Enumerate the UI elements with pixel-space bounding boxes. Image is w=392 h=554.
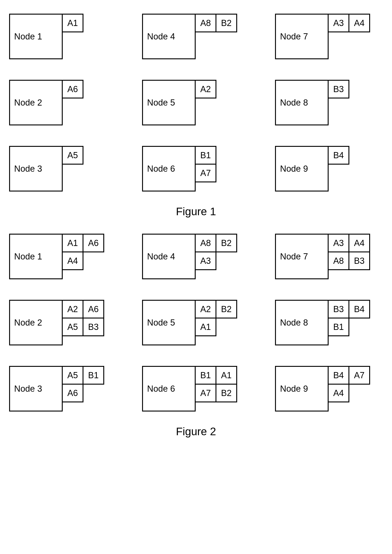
slot-label: A7: [195, 384, 217, 402]
figure-caption: Figure 1: [9, 205, 383, 218]
slot-label: B4: [328, 146, 349, 165]
node-box: Node 4: [142, 234, 196, 279]
node-cell: Node 7A3A4: [275, 14, 383, 62]
slot-label: A6: [83, 234, 104, 252]
node-cell: Node 2A6: [9, 80, 117, 128]
node-cell: Node 1A1: [9, 14, 117, 62]
node-box: Node 6: [142, 146, 196, 192]
slot-label: B4: [328, 366, 349, 385]
slot-label: B4: [349, 300, 370, 319]
node-box: Node 8: [275, 300, 329, 345]
node-cell: Node 7A3A4A8B3: [275, 234, 383, 282]
slot-label: B1: [83, 366, 104, 385]
diagram-root: Node 1A1Node 4A8B2Node 7A3A4Node 2A6Node…: [9, 14, 383, 438]
node-cell: Node 4A8B2: [142, 14, 250, 62]
slot-label: A3: [195, 251, 217, 270]
slot-label: B1: [195, 146, 217, 165]
slot-label: B2: [216, 300, 237, 319]
slot-label: A8: [328, 251, 349, 270]
node-box: Node 5: [142, 300, 196, 345]
slot-label: A6: [62, 80, 84, 98]
slot-label: A5: [62, 318, 84, 336]
node-box: Node 7: [275, 14, 329, 59]
slot-label: A1: [62, 234, 84, 252]
node-cell: Node 9B4: [275, 146, 383, 194]
node-cell: Node 5A2: [142, 80, 250, 128]
slot-label: A5: [62, 366, 84, 385]
node-cell: Node 6B1A1A7B2: [142, 366, 250, 414]
slot-label: A6: [62, 384, 84, 402]
node-box: Node 2: [9, 80, 63, 125]
figure-2: Node 1A1A6A4Node 4A8B2A3Node 7A3A4A8B3No…: [9, 234, 383, 438]
slot-label: B3: [328, 80, 349, 98]
slot-label: A2: [195, 300, 217, 319]
node-cell: Node 5A2B2A1: [142, 300, 250, 348]
slot-label: A2: [195, 80, 217, 98]
slot-label: B2: [216, 384, 237, 402]
slot-label: A2: [62, 300, 84, 319]
node-box: Node 7: [275, 234, 329, 279]
slot-label: A5: [62, 146, 84, 165]
node-box: Node 9: [275, 146, 329, 192]
slot-label: A1: [62, 14, 84, 32]
slot-label: B3: [83, 318, 104, 336]
figure-2-grid: Node 1A1A6A4Node 4A8B2A3Node 7A3A4A8B3No…: [9, 234, 383, 414]
slot-label: B1: [328, 318, 349, 336]
node-cell: Node 4A8B2A3: [142, 234, 250, 282]
slot-label: B1: [195, 366, 217, 385]
slot-label: A4: [62, 251, 84, 270]
slot-label: A8: [195, 14, 217, 32]
slot-label: A1: [216, 366, 237, 385]
slot-label: B2: [216, 14, 237, 32]
node-cell: Node 8B3B4B1: [275, 300, 383, 348]
node-box: Node 3: [9, 146, 63, 192]
slot-label: A4: [349, 234, 370, 252]
slot-label: B2: [216, 234, 237, 252]
node-box: Node 6: [142, 366, 196, 411]
node-cell: Node 6B1A7: [142, 146, 250, 194]
node-box: Node 2: [9, 300, 63, 345]
node-box: Node 1: [9, 14, 63, 59]
node-cell: Node 3A5B1A6: [9, 366, 117, 414]
figure-1: Node 1A1Node 4A8B2Node 7A3A4Node 2A6Node…: [9, 14, 383, 218]
node-cell: Node 9B4A7A4: [275, 366, 383, 414]
node-box: Node 1: [9, 234, 63, 279]
node-box: Node 5: [142, 80, 196, 125]
figure-caption: Figure 2: [9, 425, 383, 438]
figure-1-grid: Node 1A1Node 4A8B2Node 7A3A4Node 2A6Node…: [9, 14, 383, 194]
node-cell: Node 8B3: [275, 80, 383, 128]
slot-label: A4: [349, 14, 370, 32]
node-cell: Node 3A5: [9, 146, 117, 194]
slot-label: B3: [328, 300, 349, 319]
node-cell: Node 2A2A6A5B3: [9, 300, 117, 348]
slot-label: A1: [195, 318, 217, 336]
slot-label: A6: [83, 300, 104, 319]
slot-label: B3: [349, 251, 370, 270]
slot-label: A7: [349, 366, 370, 385]
node-box: Node 8: [275, 80, 329, 125]
node-box: Node 4: [142, 14, 196, 59]
slot-label: A7: [195, 164, 217, 182]
node-box: Node 3: [9, 366, 63, 411]
slot-label: A3: [328, 234, 349, 252]
slot-label: A4: [328, 384, 349, 402]
node-cell: Node 1A1A6A4: [9, 234, 117, 282]
node-box: Node 9: [275, 366, 329, 411]
slot-label: A3: [328, 14, 349, 32]
slot-label: A8: [195, 234, 217, 252]
